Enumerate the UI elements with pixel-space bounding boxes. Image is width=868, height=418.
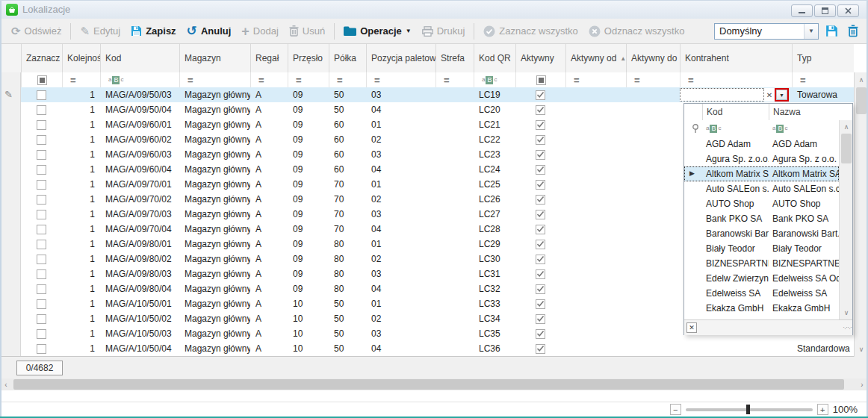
cell-aktywny_do[interactable]	[626, 87, 680, 102]
cell-kod[interactable]: MAG/A/09/60/01	[100, 117, 179, 132]
cell-kod[interactable]: MAG/A/09/60/02	[100, 132, 179, 147]
cell-regal[interactable]: A	[250, 237, 288, 252]
cell-kod[interactable]: MAG/A/10/50/02	[100, 311, 179, 326]
cell-strefa[interactable]	[435, 207, 474, 222]
cell-regal[interactable]: A	[250, 87, 288, 102]
cell-strefa[interactable]	[435, 296, 474, 311]
dropdown-row[interactable]: BIZNESPARTNERBIZNESPARTNE...	[684, 256, 839, 271]
cell-magazyn[interactable]: Magazyn główny	[179, 296, 250, 311]
cell-kolejnosc[interactable]: 1	[62, 132, 100, 147]
dropdown-cell-kod[interactable]: Auto SALEon s.c.	[702, 181, 769, 196]
cell-aktywny_od[interactable]	[565, 326, 626, 341]
checked-checkbox[interactable]	[536, 165, 545, 175]
cell-zaznacz[interactable]	[21, 207, 62, 222]
dropdown-cell-kod[interactable]: AGD Adam	[702, 137, 769, 152]
cell-aktywny[interactable]	[515, 102, 565, 117]
cell-kolejnosc[interactable]: 1	[62, 162, 100, 177]
cell-przeslo[interactable]: 10	[288, 311, 329, 326]
cell-kod[interactable]: MAG/A/09/80/04	[100, 281, 179, 296]
checked-checkbox[interactable]	[536, 195, 545, 205]
cell-strefa[interactable]	[435, 237, 474, 252]
cell-aktywny_do[interactable]	[626, 281, 680, 296]
filter-cell-Regał[interactable]: =	[250, 72, 288, 87]
cell-aktywny_do[interactable]	[626, 102, 680, 117]
refresh-button[interactable]: ⟳ Odśwież	[6, 22, 66, 40]
filter-cell-Zaznacz[interactable]	[21, 72, 62, 87]
cell-aktywny[interactable]	[515, 252, 565, 266]
cell-pozycja[interactable]: 04	[366, 162, 435, 177]
dropdown-row[interactable]: Edelw ZwierzyniecEdelweiss SA Od...	[684, 271, 839, 286]
dropdown-row[interactable]: Biały TeodorBiały Teodor	[684, 241, 839, 256]
dropdown-row[interactable]: Baranowski Bart...Baranowski Bart...	[684, 226, 839, 241]
cell-aktywny_od[interactable]	[565, 207, 626, 222]
cell-strefa[interactable]	[435, 266, 474, 281]
cell-aktywny[interactable]	[515, 266, 565, 281]
checked-checkbox[interactable]	[536, 135, 545, 145]
cell-pozycja[interactable]: 01	[366, 296, 435, 311]
cell-kolejnosc[interactable]: 1	[62, 147, 100, 162]
cell-przeslo[interactable]: 09	[288, 207, 329, 222]
cell-aktywny_do[interactable]	[626, 117, 680, 132]
cell-kontrahent[interactable]	[680, 341, 792, 356]
cell-pozycja[interactable]: 03	[366, 147, 435, 162]
dropdown-row[interactable]: Ekakza GmbHEkakza GmbH	[684, 301, 839, 316]
filter-cell-Strefa[interactable]: =	[435, 72, 474, 87]
cell-regal[interactable]: A	[250, 296, 288, 311]
checked-checkbox[interactable]	[536, 105, 545, 115]
cell-kod_qr[interactable]: LC34	[474, 311, 515, 326]
column-header-Regał[interactable]: Regał	[250, 44, 288, 72]
dropdown-cell-nazwa[interactable]: Altkom Matrix SA	[769, 166, 839, 181]
cell-kod_qr[interactable]: LC26	[474, 192, 515, 207]
cancel-button[interactable]: ↺ Anuluj	[182, 22, 237, 40]
column-header-Zaznacz[interactable]: Zaznacz	[21, 44, 62, 72]
cell-kod[interactable]: MAG/A/10/50/04	[100, 341, 179, 356]
cell-aktywny_do[interactable]	[626, 177, 680, 192]
cell-polka[interactable]: 60	[329, 147, 366, 162]
cell-zaznacz[interactable]	[21, 132, 62, 147]
cell-kod_qr[interactable]: LC32	[474, 281, 515, 296]
cell-przeslo[interactable]: 09	[288, 162, 329, 177]
cell-aktywny_do[interactable]	[626, 266, 680, 281]
checked-checkbox[interactable]	[536, 180, 545, 190]
cell-aktywny_od[interactable]	[565, 281, 626, 296]
popup-filter-pin[interactable]	[689, 120, 702, 137]
horizontal-scrollbar-thumb[interactable]	[13, 379, 844, 390]
column-header-indicator[interactable]	[0, 44, 21, 72]
filter-cell-Aktywny[interactable]	[515, 72, 565, 87]
add-button[interactable]: + Dodaj	[236, 22, 283, 41]
cell-kod_qr[interactable]: LC22	[474, 132, 515, 147]
row-checkbox[interactable]	[37, 255, 46, 264]
cell-kod_qr[interactable]: LC19	[474, 87, 515, 102]
cell-aktywny[interactable]	[515, 296, 565, 311]
cell-aktywny[interactable]	[515, 311, 565, 326]
cell-kolejnosc[interactable]: 1	[62, 207, 100, 222]
cell-przeslo[interactable]: 09	[288, 192, 329, 207]
cell-polka[interactable]: 60	[329, 117, 366, 132]
cell-pozycja[interactable]: 02	[366, 132, 435, 147]
cell-zaznacz[interactable]	[21, 237, 62, 252]
cell-pozycja[interactable]: 02	[366, 192, 435, 207]
checked-checkbox[interactable]	[536, 90, 545, 100]
cell-magazyn[interactable]: Magazyn główny	[179, 117, 250, 132]
operations-button[interactable]: Operacje ▼	[338, 22, 417, 40]
checked-checkbox[interactable]	[536, 269, 545, 279]
cell-kod_qr[interactable]: LC36	[474, 341, 515, 356]
dropdown-cell-nazwa[interactable]: Agura Sp. z o.o.	[769, 152, 839, 166]
cell-aktywny_od[interactable]	[565, 296, 626, 311]
cell-strefa[interactable]	[435, 192, 474, 207]
cell-magazyn[interactable]: Magazyn główny	[179, 102, 250, 117]
dropdown-cell-nazwa[interactable]: Biały Teodor	[769, 241, 839, 256]
cell-kod[interactable]: MAG/A/09/80/02	[100, 252, 179, 266]
zoom-slider-thumb[interactable]	[746, 405, 750, 414]
cell-kod_qr[interactable]: LC27	[474, 207, 515, 222]
cell-aktywny_do[interactable]	[626, 252, 680, 266]
filter-cell-Magazyn[interactable]: =	[179, 72, 250, 87]
cell-kod[interactable]: MAG/A/10/50/01	[100, 296, 179, 311]
horizontal-scrollbar[interactable]: ‹ ›	[0, 378, 868, 390]
popup-filter-cell-Nazwa[interactable]: aBc	[769, 120, 840, 137]
dropdown-cell-kod[interactable]: Edelweiss SA	[702, 286, 769, 301]
cell-polka[interactable]: 80	[329, 252, 366, 266]
cell-kod_qr[interactable]: LC21	[474, 117, 515, 132]
cell-polka[interactable]: 50	[329, 326, 366, 341]
cell-strefa[interactable]	[435, 341, 474, 356]
